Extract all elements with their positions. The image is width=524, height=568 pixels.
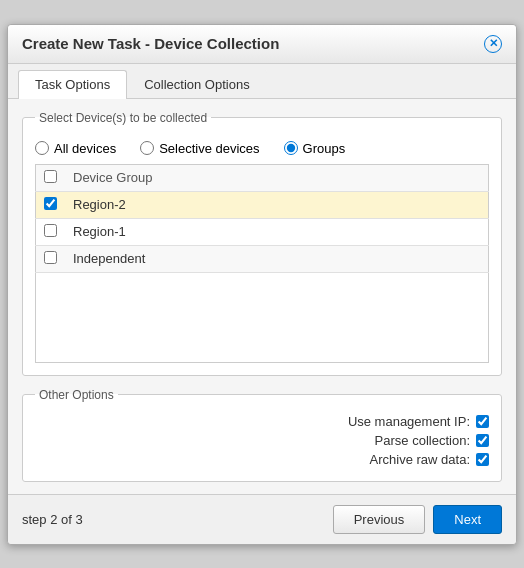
management-ip-checkbox[interactable] [476,415,489,428]
archive-raw-data-checkbox[interactable] [476,453,489,466]
select-devices-legend: Select Device(s) to be collected [35,111,211,125]
close-button[interactable]: ✕ [484,35,502,53]
row-label-region2: Region-2 [65,191,489,218]
table-empty-row [36,272,489,362]
next-button[interactable]: Next [433,505,502,534]
row-label-region1: Region-1 [65,218,489,245]
radio-groups[interactable]: Groups [284,141,346,156]
option-parse-collection: Parse collection: [35,433,489,448]
row-checkbox-region2[interactable] [44,197,57,210]
device-group-table: Device Group Region-2 Region-1 Independe… [35,164,489,363]
other-options-legend: Other Options [35,388,118,402]
dialog-title: Create New Task - Device Collection [22,35,279,52]
radio-all-devices[interactable]: All devices [35,141,116,156]
option-management-ip: Use management IP: [35,414,489,429]
footer-buttons: Previous Next [333,505,502,534]
table-row[interactable]: Region-2 [36,191,489,218]
radio-selective-devices[interactable]: Selective devices [140,141,259,156]
row-label-independent: Independent [65,245,489,272]
parse-collection-checkbox[interactable] [476,434,489,447]
dialog-footer: step 2 of 3 Previous Next [8,494,516,544]
tab-task-options[interactable]: Task Options [18,70,127,99]
dialog-header: Create New Task - Device Collection ✕ [8,25,516,64]
row-checkbox-region1[interactable] [44,224,57,237]
parse-collection-label: Parse collection: [340,433,470,448]
table-header-label: Device Group [65,164,489,191]
tab-collection-options[interactable]: Collection Options [127,70,267,98]
step-indicator: step 2 of 3 [22,512,83,527]
management-ip-label: Use management IP: [340,414,470,429]
previous-button[interactable]: Previous [333,505,426,534]
other-options-section: Other Options Use management IP: Parse c… [22,388,502,482]
tab-bar: Task Options Collection Options [8,64,516,99]
option-archive-raw-data: Archive raw data: [35,452,489,467]
table-header-row: Device Group [36,164,489,191]
dialog-body: Select Device(s) to be collected All dev… [8,99,516,494]
create-task-dialog: Create New Task - Device Collection ✕ Ta… [7,24,517,545]
device-type-radio-group: All devices Selective devices Groups [35,141,489,156]
header-checkbox[interactable] [44,170,57,183]
table-row[interactable]: Independent [36,245,489,272]
archive-raw-data-label: Archive raw data: [340,452,470,467]
table-row[interactable]: Region-1 [36,218,489,245]
row-checkbox-independent[interactable] [44,251,57,264]
close-icon: ✕ [489,37,498,50]
select-devices-section: Select Device(s) to be collected All dev… [22,111,502,376]
